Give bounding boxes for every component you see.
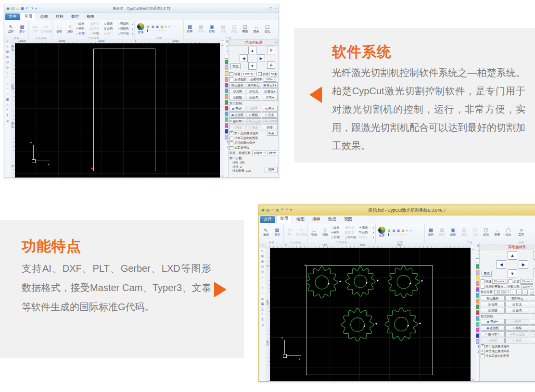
draw-tool-icon-12[interactable]: * [7,108,8,112]
jog-right-button[interactable]: ▶ [519,260,528,269]
checkbox[interactable] [481,344,484,348]
control-button-停止[interactable]: ⊗停止 [262,106,278,112]
jog-up-button[interactable]: ▲ [508,251,517,260]
ribbon-mini-阳切[interactable]: ◨阳切 [90,22,103,26]
tab-文件[interactable]: 文件 [5,13,20,20]
checkbox[interactable] [481,354,484,358]
follow-down-button[interactable]: ⇊ [267,61,275,69]
app-logo-icon[interactable]: ◉ [6,6,10,11]
ribbon-mini-反向[interactable]: ⇅反向 [104,26,117,31]
draw-tool-icon-10[interactable]: ▣ [261,302,264,306]
toggle-激光[interactable]: 激光▾ [262,89,278,94]
measure-tool[interactable]: ↔测量 [492,228,503,237]
open-file-icon[interactable]: ▱ [271,208,274,213]
clear-tool[interactable]: ◊清除 [320,228,331,237]
mark-button-标记1[interactable]: ▦标记1▾ [530,295,535,301]
control-button-回零[interactable]: 回零 [530,338,535,343]
sort-mini-icon[interactable]: » [168,25,170,28]
toggle-跟随[interactable]: 跟随 [229,95,245,101]
gear-bore-circle[interactable] [397,275,410,289]
gear-outline[interactable] [345,266,375,296]
ribbon-mini-阳切[interactable]: ◨阳切 [345,226,358,230]
jog-up-button[interactable]: ▲ [248,47,256,54]
toggle-吹气[interactable]: 吹气 [246,95,262,101]
ribbon-mini-阴切[interactable]: ◧阴切 [345,230,358,235]
tab-常用[interactable]: 常用 [21,13,36,20]
qat-menu-icon[interactable]: ▾ [290,208,292,213]
focus-adjust-button[interactable]: + [522,290,528,295]
control-button-前进[interactable]: ▷前进 [246,125,262,130]
tab-排样[interactable]: 排样 [309,216,324,223]
control-button-断点继续[interactable]: ↦断点继续 [530,331,535,337]
draw-tool-icon-10[interactable]: ▣ [6,97,9,101]
lead-line-tool[interactable]: ∟引线 [309,228,319,237]
draw-tool-icon-9[interactable]: ▭ [6,92,9,96]
ribbon-mini-停靠[interactable]: +停靠 [331,230,344,235]
fast-speed-select[interactable]: 20mm/s [492,279,508,284]
collapse-ribbon-icon[interactable]: ▵ [275,16,278,20]
gear-bore-circle[interactable] [395,317,408,331]
toggle-红光[interactable]: 红光 [505,302,529,307]
toggle-光闸[interactable]: 光闸 [229,89,245,94]
scan-tool[interactable]: ▤扫描 [459,228,470,237]
draw-tool-icon-4[interactable]: ↻ [6,65,9,70]
step-checkbox[interactable] [258,72,262,76]
jog-checkbox[interactable] [481,285,484,289]
distance-select[interactable]: 10毫米 [252,151,266,155]
draw-tool-icon-13[interactable]: T [261,317,263,322]
control-button-断点继续[interactable]: ↦断点继续 [262,118,278,124]
jog-left-button[interactable]: ◀ [497,260,506,269]
optimize-tool[interactable]: ▢优化 [262,24,273,34]
sort-mini-icon[interactable]: ▣ [401,229,405,232]
draw-tool-icon-11[interactable]: △ [261,307,264,311]
coedge-tool[interactable]: ◫共边 [470,228,481,237]
ribbon-mini-微连[interactable]: ∗微连 [104,22,117,26]
ribbon-mini-冷却点[interactable]: □冷却点 [345,235,358,240]
measure-tool[interactable]: ↔测量 [251,24,262,34]
draw-tool-icon-5[interactable]: ∕ [7,71,8,75]
checkbox[interactable] [229,141,233,145]
control-button-循环加工[interactable]: ↻循环加工 [229,118,245,124]
save-icon[interactable]: ▣ [276,208,280,213]
array-tool[interactable]: ▦阵列 [437,228,447,237]
undo-icon[interactable]: ↶ [25,6,29,11]
fast-checkbox[interactable] [229,72,233,76]
draw-tool-icon-11[interactable]: △ [6,102,9,107]
qat-menu-icon[interactable]: ▾ [35,6,37,11]
draw-tool-icon-1[interactable]: ⊞ [6,50,9,54]
control-button-停止[interactable]: ⊗停止 [530,319,535,325]
clear-tool[interactable]: ◊清除 [65,24,76,34]
process-tool[interactable]: ≋工艺 [516,228,527,237]
sort-mini-icon[interactable]: ▣ [397,229,400,232]
draw-tool-icon-14[interactable]: ⊿ [261,323,264,327]
step-distance-select[interactable]: 50毫米 [269,72,278,76]
sort-tool[interactable]: 排序 [377,227,387,238]
bridge-tool[interactable]: ◫桥接 [481,228,492,237]
app-logo-icon[interactable]: ◉ [261,208,265,213]
gear-outline[interactable] [388,266,420,298]
draw-tool-icon-1[interactable]: ⊞ [261,254,264,258]
dropdown-icon[interactable]: ▾ [373,226,374,229]
sort-mini-icon[interactable]: ▣ [151,25,154,28]
ribbon-mini-起点[interactable]: ◔起点 [76,22,89,26]
preview-button[interactable]: 预览 [482,271,492,277]
tab-数控[interactable]: 数控 [68,13,82,20]
return-point-select[interactable]: 零点 [267,131,278,136]
distance-select[interactable]: 3米/分 [267,151,278,155]
nest-tool[interactable]: ▩排样 [426,228,436,237]
mark-button-返回标记[interactable]: 返回标记 [505,295,529,301]
draw-tool-icon-8[interactable]: ◔ [6,87,8,91]
control-button-开始+[interactable]: ▶开始+ [481,319,505,325]
display-tool[interactable]: ▦显示 [272,228,282,237]
mark-button-标记坐标[interactable]: 标记坐标 [229,82,245,88]
step-distance-select[interactable]: 10mm [520,279,533,284]
ribbon-mini-释放角[interactable]: ⌐释放角 [118,22,131,26]
draw-tool-icon-3[interactable]: ↺ [261,265,264,269]
draw-tool-icon-2[interactable]: ⊕ [6,55,9,59]
gear-outline[interactable] [341,308,374,341]
control-button-空走[interactable]: ▷空走 [530,325,535,331]
transform-tool[interactable]: ▱几何变换 [296,228,306,237]
select-tool[interactable]: ↖选择 [261,228,271,237]
nest-tool[interactable]: ▩排样 [185,24,195,34]
close-button[interactable]: × [275,6,277,11]
